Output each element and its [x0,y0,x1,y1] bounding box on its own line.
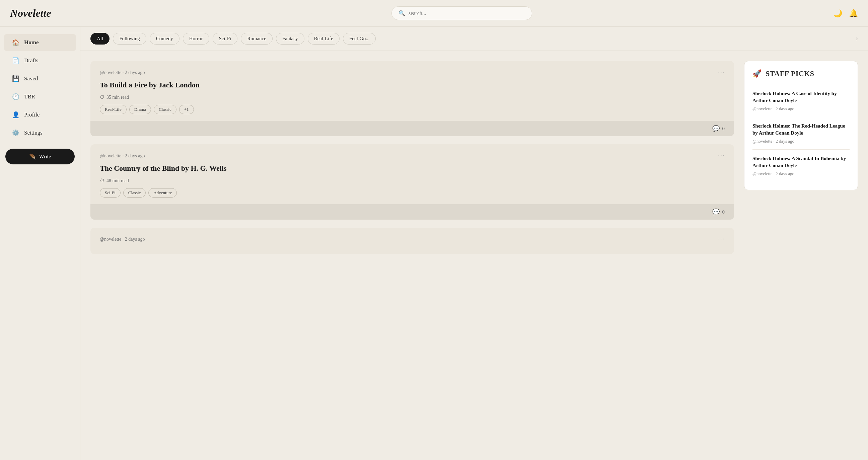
story-more-button[interactable]: ··· [718,69,725,76]
story-more-button[interactable]: ··· [718,152,725,159]
story-card-top: @novelette · 2 days ago ··· [90,228,734,254]
sidebar-item-settings[interactable]: ⚙️ Settings [4,125,76,141]
story-card-bottom: 💬 0 [90,121,734,136]
sidebar-item-profile-label: Profile [24,111,39,118]
sidebar-item-saved-label: Saved [24,75,38,82]
story-card-top: @novelette · 2 days ago ··· To Build a F… [90,61,734,121]
search-container: 🔍 [90,6,833,20]
staff-pick-title: Sherlock Holmes: A Scandal In Bohemia by… [752,155,849,169]
content-area: @novelette · 2 days ago ··· To Build a F… [81,51,868,264]
filter-chevron-icon[interactable]: › [856,35,858,42]
story-author: @novelette · 2 days ago [100,153,145,159]
feed: @novelette · 2 days ago ··· To Build a F… [90,61,734,254]
filter-tag-all[interactable]: All [90,33,110,44]
story-tag[interactable]: Drama [129,105,151,114]
story-tag[interactable]: Classic [123,188,146,198]
sidebar-item-profile[interactable]: 👤 Profile [4,106,76,123]
story-meta: @novelette · 2 days ago ··· [100,152,725,159]
story-more-button[interactable]: ··· [718,236,725,243]
filter-tag-feel-good[interactable]: Feel-Go... [343,33,376,44]
sidebar: 🏠 Home 📄 Drafts 💾 Saved 🕐 TBR 👤 Profile … [0,27,81,460]
clock-icon: ⏱ [100,95,104,100]
filter-bar: All Following Comedy Horror Sci-Fi Roman… [81,27,868,51]
home-icon: 🏠 [12,39,20,46]
story-tag[interactable]: Adventure [148,188,177,198]
staff-pick-meta: @novelette · 2 days ago [752,171,849,176]
story-tag[interactable]: Classic [154,105,177,114]
filter-tag-romance[interactable]: Romance [241,33,273,44]
story-meta: @novelette · 2 days ago ··· [100,236,725,243]
sidebar-item-saved[interactable]: 💾 Saved [4,70,76,87]
rocket-icon: 🚀 [752,69,762,78]
staff-pick-item[interactable]: Sherlock Holmes: A Scandal In Bohemia by… [752,150,849,182]
story-read-time: ⏱ 35 min read [100,95,725,100]
story-tag-more[interactable]: +1 [179,105,194,114]
story-tag[interactable]: Real-Life [100,105,127,114]
filter-tag-scifi[interactable]: Sci-Fi [213,33,238,44]
profile-icon: 👤 [12,111,20,119]
staff-picks-title: STAFF PICKS [766,69,814,78]
notifications-icon[interactable]: 🔔 [849,9,858,18]
staff-pick-title: Sherlock Holmes: A Case of Identity by A… [752,90,849,104]
story-card: @novelette · 2 days ago ··· [90,228,734,254]
staff-pick-meta: @novelette · 2 days ago [752,106,849,111]
search-box: 🔍 [392,6,532,20]
filter-tag-real-life[interactable]: Real-Life [308,33,340,44]
staff-picks-header: 🚀 STAFF PICKS [752,69,849,78]
comment-count: 0 [722,126,725,132]
sidebar-item-tbr[interactable]: 🕐 TBR [4,88,76,105]
story-title[interactable]: To Build a Fire by Jack London [100,81,725,89]
staff-pick-meta: @novelette · 2 days ago [752,139,849,144]
comment-icon[interactable]: 💬 [712,208,720,216]
filter-tag-horror[interactable]: Horror [183,33,209,44]
read-time-text: 35 min read [106,95,129,100]
story-read-time: ⏱ 48 min read [100,178,725,184]
tbr-icon: 🕐 [12,93,20,100]
clock-icon: ⏱ [100,178,104,184]
filter-tag-comedy[interactable]: Comedy [150,33,180,44]
sidebar-item-tbr-label: TBR [24,93,35,100]
settings-icon: ⚙️ [12,129,20,137]
main-content: All Following Comedy Horror Sci-Fi Roman… [81,27,868,460]
write-icon: 🪶 [29,153,36,160]
comment-count: 0 [722,209,725,215]
story-author: @novelette · 2 days ago [100,237,145,242]
header-actions: 🌙 🔔 [833,9,858,18]
sidebar-item-drafts[interactable]: 📄 Drafts [4,52,76,69]
dark-mode-icon[interactable]: 🌙 [833,9,842,18]
write-label: Write [39,154,51,160]
header: Novelette 🔍 🌙 🔔 [0,0,868,27]
app-logo: Novelette [10,7,90,20]
sidebar-item-settings-label: Settings [24,130,42,136]
search-input[interactable] [408,10,525,17]
story-card-bottom: 💬 0 [90,204,734,220]
staff-picks: 🚀 STAFF PICKS Sherlock Holmes: A Case of… [744,61,858,190]
search-icon: 🔍 [399,10,405,17]
story-tags: Sci-Fi Classic Adventure [100,188,725,198]
read-time-text: 48 min read [106,178,129,184]
story-meta: @novelette · 2 days ago ··· [100,69,725,76]
comment-icon[interactable]: 💬 [712,125,720,132]
drafts-icon: 📄 [12,57,20,64]
story-tag[interactable]: Sci-Fi [100,188,121,198]
staff-pick-item[interactable]: Sherlock Holmes: A Case of Identity by A… [752,85,849,117]
sidebar-item-drafts-label: Drafts [24,57,38,64]
staff-pick-item[interactable]: Sherlock Holmes: The Red-Headed League b… [752,117,849,150]
story-card: @novelette · 2 days ago ··· To Build a F… [90,61,734,136]
sidebar-item-home-label: Home [24,39,38,46]
write-button[interactable]: 🪶 Write [5,149,75,164]
sidebar-item-home[interactable]: 🏠 Home [4,34,76,51]
story-card: @novelette · 2 days ago ··· The Country … [90,144,734,220]
story-author: @novelette · 2 days ago [100,70,145,75]
staff-pick-title: Sherlock Holmes: The Red-Headed League b… [752,123,849,137]
filter-tag-fantasy[interactable]: Fantasy [276,33,304,44]
filter-tag-following[interactable]: Following [113,33,146,44]
story-card-top: @novelette · 2 days ago ··· The Country … [90,144,734,204]
story-title[interactable]: The Country of the Blind by H. G. Wells [100,164,725,173]
saved-icon: 💾 [12,75,20,83]
story-tags: Real-Life Drama Classic +1 [100,105,725,114]
